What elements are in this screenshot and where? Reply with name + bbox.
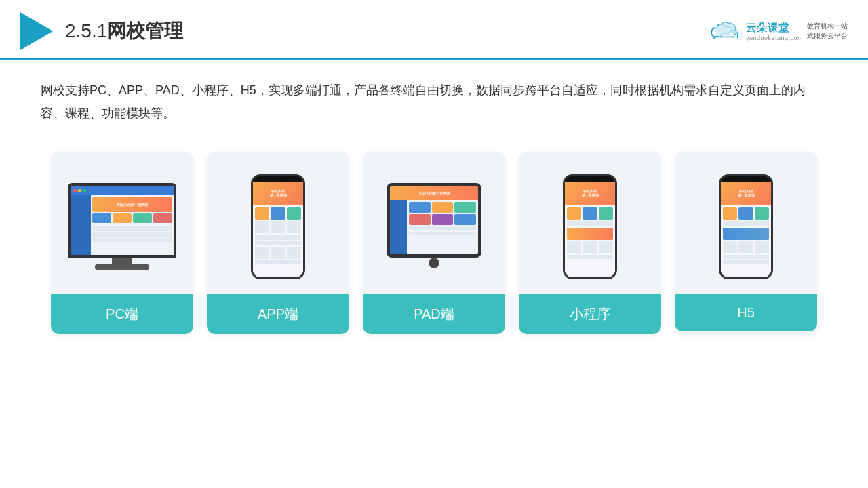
h5-phone-screen: 职达人的第一堂网课 [721,182,771,277]
pc-screen-body: 职达人的第一堂网课 [71,195,174,255]
phone-screen: 职达人的第一堂网课 [253,182,303,277]
card-h5-image: 职达人的第一堂网课 [675,152,817,294]
card-pc-label: PC端 [51,294,193,334]
phone-notch [270,176,287,182]
card-mini-program-image: 职达人的第一堂网课 [519,152,661,294]
mini-phone-content [565,205,615,277]
app-device-mock: 职达人的第一堂网课 [251,174,305,279]
h5-phone-content [721,205,771,277]
pad-body: 职达人的第一堂网课 [387,183,481,258]
card-h5-label: H5 [675,294,817,331]
card-app-label: APP端 [207,294,349,334]
pc-monitor: 职达人的第一堂网课 [68,183,176,258]
pad-screen-body [390,200,478,254]
card-h5: 职达人的第一堂网课 [675,152,817,334]
card-app: 职达人的第一堂网课 [207,152,349,334]
phone-body: 职达人的第一堂网课 [251,174,305,279]
card-mini-program-label: 小程序 [519,294,661,334]
card-pad-image: 职达人的第一堂网课 [363,152,505,294]
h5-phone-notch [738,176,755,182]
logo-triangle-icon [20,12,53,50]
brand-logo: 云朵课堂 yunduoketang.com 教育机构一站 式服务云平台 [708,18,848,44]
mini-phone-banner: 职达人的第一堂网课 [565,182,615,205]
mini-phone-body: 职达人的第一堂网课 [563,174,617,279]
page-header: 2.5.1网校管理 云朵课堂 yunduoketang.com 教育机构一站 式… [0,0,868,60]
card-app-image: 职达人的第一堂网课 [207,152,349,294]
pad-home-button [429,258,439,268]
brand-slogan: 教育机构一站 式服务云平台 [807,22,848,41]
pc-screen-header [71,186,174,195]
card-mini-program: 职达人的第一堂网课 [519,152,661,334]
cloud-icon [708,18,742,44]
description-text: 网校支持PC、APP、PAD、小程序、H5，实现多端打通，产品各终端自由切换，数… [0,60,868,138]
pad-device-mock: 职达人的第一堂网课 [387,183,481,270]
phone-content [253,205,303,277]
card-pc-image: 职达人的第一堂网课 [51,152,193,294]
phone-banner: 职达人的第一堂网课 [253,182,303,205]
h5-phone-banner: 职达人的第一堂网课 [721,182,771,205]
card-pad: 职达人的第一堂网课 [363,152,505,334]
mini-phone-notch [582,176,599,182]
card-pad-label: PAD端 [363,294,505,334]
header-right: 云朵课堂 yunduoketang.com 教育机构一站 式服务云平台 [708,18,848,44]
page-title: 2.5.1网校管理 [65,18,183,44]
header-left: 2.5.1网校管理 [20,12,183,50]
pc-screen: 职达人的第一堂网课 [71,186,174,255]
brand-text: 云朵课堂 yunduoketang.com [746,22,803,41]
mini-program-device-mock: 职达人的第一堂网课 [563,174,617,279]
cards-container: 职达人的第一堂网课 [0,145,868,354]
pc-device-mock: 职达人的第一堂网课 [68,183,176,270]
h5-phone-body: 职达人的第一堂网课 [719,174,773,279]
pad-screen: 职达人的第一堂网课 [390,186,478,254]
card-pc: 职达人的第一堂网课 [51,152,193,334]
pad-screen-top: 职达人的第一堂网课 [390,186,478,200]
h5-device-mock: 职达人的第一堂网课 [719,174,773,279]
mini-phone-screen: 职达人的第一堂网课 [565,182,615,277]
